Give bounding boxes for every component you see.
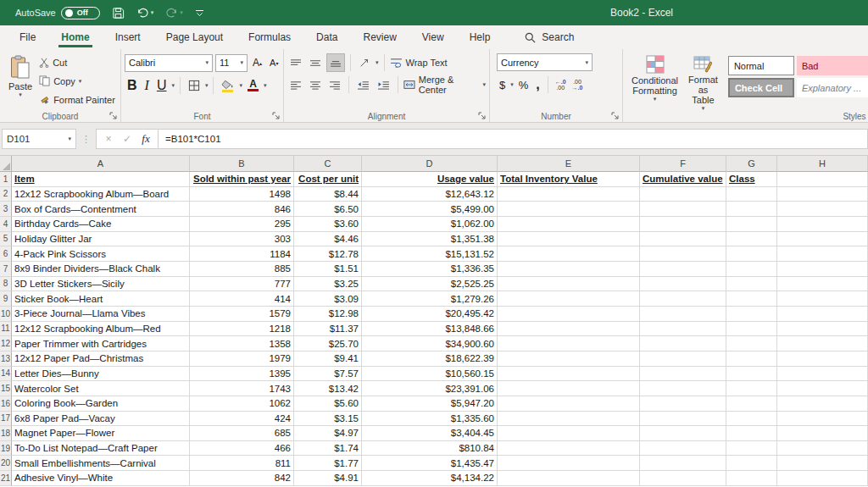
row-header-5[interactable]: 5 (0, 232, 12, 247)
conditional-formatting-button[interactable]: Conditional Formatting ▾ (626, 53, 683, 104)
cell-G11[interactable] (726, 322, 777, 337)
number-format-combo[interactable]: Currency ▾ (497, 53, 593, 71)
row-header-11[interactable]: 11 (0, 322, 12, 337)
cell-G3[interactable] (726, 202, 777, 217)
cell-E4[interactable] (498, 217, 640, 232)
cell-B12[interactable]: 1358 (190, 336, 294, 351)
cell-C12[interactable]: $25.70 (294, 336, 362, 351)
row-header-16[interactable]: 16 (0, 396, 12, 412)
tab-data[interactable]: Data (303, 25, 350, 49)
cell-G10[interactable] (726, 307, 777, 322)
cell-C20[interactable]: $1.77 (294, 456, 362, 471)
cell-C21[interactable]: $4.91 (294, 471, 362, 486)
cell-G4[interactable] (726, 217, 777, 232)
cell-D12[interactable]: $34,900.60 (362, 336, 498, 351)
cell-C1[interactable]: Cost per unit (294, 172, 362, 187)
borders-button[interactable] (186, 76, 203, 95)
decrease-indent-button[interactable] (354, 75, 372, 94)
clipboard-dialog-launcher[interactable] (109, 112, 117, 119)
cell-B13[interactable]: 1979 (190, 351, 294, 367)
cell-G20[interactable] (726, 456, 777, 471)
cell-C13[interactable]: $9.41 (294, 351, 362, 367)
cell-E3[interactable] (498, 202, 640, 217)
formula-input[interactable]: =B101*C101 (159, 129, 868, 149)
cell-F13[interactable] (640, 351, 726, 367)
cell-E17[interactable] (498, 412, 640, 427)
cell-H19[interactable] (777, 441, 868, 457)
cell-C19[interactable]: $1.74 (294, 441, 362, 457)
cell-H1[interactable] (777, 172, 868, 187)
increase-indent-button[interactable] (375, 75, 392, 94)
cell-B1[interactable]: Sold within past year (190, 172, 294, 187)
cell-F1[interactable]: Cumulative value (640, 172, 726, 187)
cell-F15[interactable] (640, 381, 726, 396)
orientation-button[interactable] (356, 53, 373, 72)
row-header-4[interactable]: 4 (0, 217, 12, 232)
decrease-font-size-button[interactable]: A▾ (267, 53, 281, 72)
align-left-button[interactable] (287, 75, 304, 94)
cell-C3[interactable]: $6.50 (294, 202, 362, 217)
insert-function-button[interactable]: fx (137, 132, 154, 146)
cell-G18[interactable] (726, 426, 777, 441)
cell-D2[interactable]: $12,643.12 (362, 187, 498, 202)
cell-C14[interactable]: $7.57 (294, 367, 362, 382)
row-header-15[interactable]: 15 (0, 381, 12, 396)
alignment-dialog-launcher[interactable] (478, 112, 486, 119)
cell-B14[interactable]: 1395 (190, 367, 294, 382)
underline-button[interactable]: U (154, 76, 170, 95)
column-header-A[interactable]: A (12, 156, 190, 172)
cell-C16[interactable]: $5.60 (294, 396, 362, 412)
tab-page-layout[interactable]: Page Layout (153, 25, 236, 49)
cell-D7[interactable]: $1,336.35 (362, 262, 498, 277)
align-center-button[interactable] (307, 75, 324, 94)
cell-A10[interactable]: 3-Piece Journal—Llama Vibes (12, 307, 190, 322)
column-header-F[interactable]: F (640, 156, 726, 172)
cell-F7[interactable] (640, 262, 726, 277)
cell-E18[interactable] (498, 426, 640, 441)
cell-C4[interactable]: $3.60 (294, 217, 362, 232)
cell-G13[interactable] (726, 351, 777, 367)
bold-button[interactable]: B (125, 76, 140, 95)
row-header-20[interactable]: 20 (0, 456, 12, 471)
cell-F5[interactable] (640, 232, 726, 247)
cell-C10[interactable]: $12.98 (294, 307, 362, 322)
cell-E11[interactable] (498, 322, 640, 337)
cell-E14[interactable] (498, 367, 640, 382)
cell-A20[interactable]: Small Embellishments—Carnival (12, 456, 190, 471)
cell-F6[interactable] (640, 246, 726, 262)
cell-B8[interactable]: 777 (190, 277, 294, 292)
cell-D20[interactable]: $1,435.47 (362, 456, 498, 471)
cell-F3[interactable] (640, 202, 726, 217)
cell-F8[interactable] (640, 277, 726, 292)
cell-C18[interactable]: $4.97 (294, 426, 362, 441)
cell-H3[interactable] (777, 202, 868, 217)
font-color-button[interactable]: A (245, 76, 261, 95)
increase-decimal-button[interactable]: ←.0.00 (554, 78, 568, 91)
cell-D1[interactable]: Usage value (362, 172, 498, 187)
cell-A15[interactable]: Watercolor Set (12, 381, 190, 396)
align-top-button[interactable] (287, 53, 304, 72)
cell-C6[interactable]: $12.78 (294, 246, 362, 262)
row-header-7[interactable]: 7 (0, 262, 12, 277)
cell-style-bad[interactable]: Bad (797, 56, 868, 75)
cell-H5[interactable] (777, 232, 868, 247)
search-box[interactable]: Search (525, 25, 574, 49)
tab-insert[interactable]: Insert (103, 25, 153, 49)
cell-F2[interactable] (640, 187, 726, 202)
cell-B19[interactable]: 466 (190, 441, 294, 457)
cell-F20[interactable] (640, 456, 726, 471)
row-header-10[interactable]: 10 (0, 307, 12, 322)
cell-H11[interactable] (777, 322, 868, 337)
cell-H12[interactable] (777, 336, 868, 351)
cell-A4[interactable]: Birthday Cards—Cake (12, 217, 190, 232)
cell-style-check[interactable]: Check Cell (728, 78, 794, 97)
cell-G7[interactable] (726, 262, 777, 277)
cell-E7[interactable] (498, 262, 640, 277)
wrap-text-button[interactable]: Wrap Text (390, 54, 448, 72)
cell-style-normal[interactable]: Normal (728, 56, 794, 75)
cell-E9[interactable] (498, 291, 640, 307)
cell-A3[interactable]: Box of Cards—Contentment (12, 202, 190, 217)
cell-A6[interactable]: 4-Pack Pink Scissors (12, 246, 190, 262)
cell-G21[interactable] (726, 471, 777, 486)
font-name-combo[interactable]: Calibri ▾ (125, 54, 213, 72)
